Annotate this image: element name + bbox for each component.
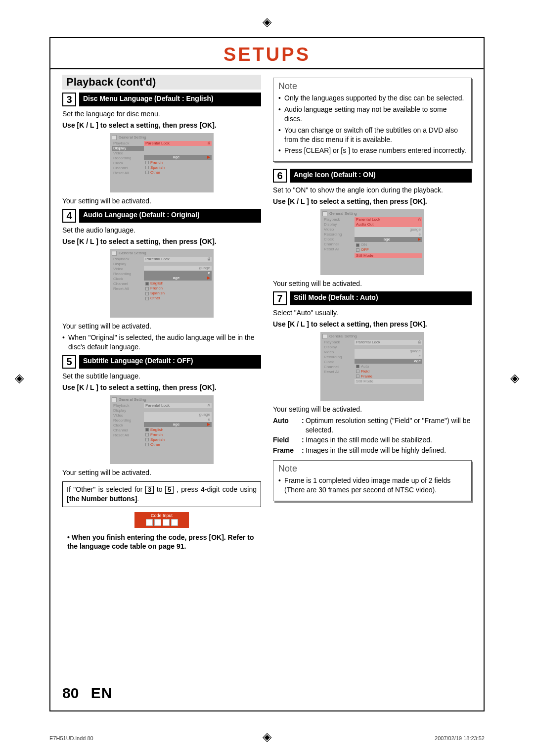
step-6-instruction: Use [K / L ] to select a setting, then p… — [273, 197, 472, 206]
step-7-header: 7 Still Mode (Default : Auto) — [273, 291, 472, 305]
step-5-after: Your setting will be activated. — [62, 468, 261, 477]
step-3-header: 3 Disc Menu Language (Default : English) — [62, 93, 261, 106]
step-3-instruction: Use [K / L ] to select a setting, then p… — [62, 121, 261, 130]
step-4-after: Your setting will be activated. — [62, 322, 261, 331]
registration-mark-left: ◈ — [15, 371, 24, 385]
osd-3: General Setting Playback Display Video R… — [62, 133, 261, 192]
page-number: 80 — [62, 685, 79, 701]
registration-mark-bottom: ◈ — [263, 730, 271, 744]
step-number: 6 — [273, 169, 287, 183]
step-label: Disc Menu Language (Default : English) — [79, 93, 261, 106]
step-3-intro: Set the language for disc menu. — [62, 109, 261, 119]
step-4-note: When "Original" is selected, the audio l… — [62, 333, 261, 352]
content-columns: Playback (cont'd) 3 Disc Menu Language (… — [50, 70, 484, 553]
still-mode-definitions: Auto:Optimum resolution setting ("Field"… — [273, 416, 472, 456]
note-title: Note — [278, 464, 466, 474]
section-title: Playback (cont'd) — [62, 75, 261, 90]
step-number: 5 — [62, 355, 76, 369]
note-box-bottom: Note Frame is 1 completed video image ma… — [273, 460, 472, 501]
code-input-diagram: Code Input — [62, 512, 261, 528]
code-input-label: Code Input — [137, 513, 186, 518]
page-frame: SETUPS Playback (cont'd) 3 Disc Menu Lan… — [49, 37, 485, 711]
step-3-after: Your setting will be activated. — [62, 196, 261, 206]
step-6-header: 6 Angle Icon (Default : ON) — [273, 169, 472, 183]
step-4-intro: Set the audio language. — [62, 226, 261, 235]
page-footer: 80 EN — [62, 685, 112, 702]
page-lang: EN — [91, 685, 113, 701]
page-title: SETUPS — [50, 38, 484, 68]
step-5-instruction: Use [K / L ] to select a setting, then p… — [62, 383, 261, 392]
left-column: Playback (cont'd) 3 Disc Menu Language (… — [62, 75, 261, 553]
right-column: Note Only the languages supported by the… — [273, 75, 472, 553]
step-number: 7 — [273, 291, 287, 305]
print-footer-left: E7H51UD.indd 80 — [49, 735, 93, 741]
registration-mark-top: ◈ — [263, 15, 271, 29]
step-5-intro: Set the subtitle language. — [62, 372, 261, 381]
step-6-after: Your setting will be activated. — [273, 279, 472, 288]
step-7-instruction: Use [K / L ] to select a setting, then p… — [273, 320, 472, 329]
code-after-text: • When you finish entering the code, pre… — [67, 533, 261, 552]
step-7-after: Your setting will be activated. — [273, 405, 472, 414]
step-7-intro: Select "Auto" usually. — [273, 308, 472, 318]
print-footer-right: 2007/02/19 18:23:52 — [435, 735, 485, 741]
step-label: Still Mode (Default : Auto) — [290, 291, 472, 305]
step-4-instruction: Use [K / L ] to select a setting, then p… — [62, 237, 261, 246]
step-4-header: 4 Audio Language (Default : Original) — [62, 209, 261, 223]
step-label: Subtitle Language (Default : OFF) — [79, 355, 261, 369]
other-code-hint: If "Other" is selected for 3 to 5 , pres… — [62, 481, 261, 507]
note-box-top: Note Only the languages supported by the… — [273, 78, 472, 162]
step-number: 3 — [62, 93, 76, 106]
step-label: Audio Language (Default : Original) — [79, 209, 261, 223]
osd-6: General Setting Playback Display Video R… — [273, 209, 472, 275]
note-title: Note — [278, 81, 466, 92]
step-6-intro: Set to "ON" to show the angle icon durin… — [273, 186, 472, 195]
step-5-header: 5 Subtitle Language (Default : OFF) — [62, 355, 261, 369]
step-number: 4 — [62, 209, 76, 223]
osd-5: General Setting Playback Display Video R… — [62, 395, 261, 464]
osd-4: General Setting Playback Display Video R… — [62, 249, 261, 318]
registration-mark-right: ◈ — [510, 371, 519, 385]
step-label: Angle Icon (Default : ON) — [290, 169, 472, 183]
osd-7: General Setting Playback Display Video R… — [273, 332, 472, 401]
